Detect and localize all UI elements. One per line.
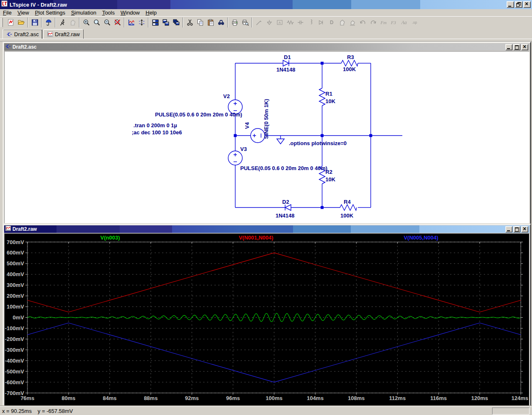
schematic-close-button[interactable] xyxy=(521,44,528,50)
waveform-plot[interactable]: 700mV600mV500mV400mV300mV200mV100mV0mV-1… xyxy=(4,233,530,406)
x-tick-label: 116ms xyxy=(430,395,447,401)
waveform-minimize-button[interactable] xyxy=(505,226,512,232)
y-tick-label: 100mV xyxy=(7,304,24,310)
toolbar-button-place-inductor[interactable] xyxy=(305,17,316,27)
toolbar-button-find[interactable] xyxy=(216,17,226,27)
toolbar-button-undo[interactable] xyxy=(357,17,368,27)
schematic-text: D1 xyxy=(284,54,291,60)
minimize-button[interactable] xyxy=(507,1,514,8)
waveform-maximize-button[interactable] xyxy=(513,226,520,232)
menu-item-view[interactable]: View xyxy=(15,9,32,16)
toolbar-button-halt[interactable] xyxy=(67,17,78,27)
draw-wire-icon xyxy=(255,19,263,26)
toolbar-button-place-capacitor[interactable] xyxy=(295,17,305,27)
schematic-text: .options plotwinsize=0 xyxy=(289,140,347,146)
schematic-minimize-button[interactable] xyxy=(505,44,512,50)
toolbar-button-open[interactable] xyxy=(16,17,26,27)
toolbar-button-tile-horizontally[interactable] xyxy=(150,17,160,27)
toolbar-button-move[interactable] xyxy=(337,17,347,27)
open-icon xyxy=(17,19,25,26)
schematic-text: .tran 0 200m 0 1µ xyxy=(133,122,177,128)
schematic-text: V4 xyxy=(244,122,250,129)
toolbar-grip[interactable] xyxy=(1,18,3,27)
status-panel xyxy=(492,408,530,415)
toolbar-button-cascade-windows[interactable] xyxy=(171,17,181,27)
toolbar-button-run[interactable] xyxy=(57,17,67,27)
toolbar-button-mirror[interactable]: Fm xyxy=(378,17,389,27)
waveform-window: Draft2.raw 700mV600mV500mV400mV300mV200m… xyxy=(2,224,531,407)
paste-icon xyxy=(207,19,214,26)
trace-label-v-n003-[interactable]: V(n003) xyxy=(101,235,120,241)
toolbar-button-zoom-out[interactable] xyxy=(102,17,112,27)
toolbar-button-place-ground[interactable] xyxy=(264,17,274,27)
circuit-wiring xyxy=(228,60,402,210)
restore-button[interactable] xyxy=(515,1,522,8)
status-bar: x = 90.25ms y = -657.58mV xyxy=(0,406,532,415)
schematic-text: 10K xyxy=(325,98,335,104)
toolbar-button-zoom-full-extents[interactable] xyxy=(112,17,123,27)
schematic-text: D2 xyxy=(282,199,289,205)
close-button[interactable] xyxy=(523,1,531,8)
toolbar-button-print-preview[interactable] xyxy=(240,17,250,27)
tab-draft2-asc[interactable]: Draft2.asc xyxy=(2,29,42,39)
trace-label-v-n001-n004-[interactable]: V(N001,N004) xyxy=(239,235,273,241)
place-resistor-icon xyxy=(286,19,294,26)
window-title: LTspice IV - Draft2.raw xyxy=(10,2,507,8)
schematic-text: 1N4148 xyxy=(276,212,295,219)
toolbar-button-new-schematic[interactable] xyxy=(5,17,16,27)
toolbar-button-place-resistor[interactable] xyxy=(285,17,295,27)
menu-item-plot-settings[interactable]: Plot Settings xyxy=(32,9,68,16)
toolbar-button-autorange[interactable] xyxy=(136,17,147,27)
undo-icon xyxy=(359,19,367,26)
place-capacitor-icon xyxy=(297,19,304,26)
toolbar-button-redo[interactable] xyxy=(368,17,378,27)
toolbar-button-place-text[interactable]: Aa xyxy=(399,17,409,27)
toolbar-button-drag[interactable] xyxy=(347,17,357,27)
print-preview-icon xyxy=(241,19,249,26)
menu-item-file[interactable]: File xyxy=(0,9,15,16)
menu-item-window[interactable]: Window xyxy=(118,9,143,16)
toolbar-button-place-component[interactable]: D xyxy=(326,17,337,27)
y-tick-label: 200mV xyxy=(7,293,24,299)
copy-icon xyxy=(197,19,204,26)
menu-item-simulation[interactable]: Simulation xyxy=(68,9,99,16)
y-tick-label: 300mV xyxy=(7,282,24,288)
toolbar-button-control-panel[interactable] xyxy=(43,17,54,27)
svg-text:Fm: Fm xyxy=(380,20,387,25)
waveform-close-button[interactable] xyxy=(521,226,528,232)
schematic-canvas[interactable]: D11N4148R3100KR110KV2PULSE(0.05 0.6 0 20… xyxy=(4,51,530,223)
toolbar-button-place-diode[interactable] xyxy=(316,17,326,27)
toolbar-group xyxy=(80,17,124,27)
save-icon xyxy=(31,19,39,26)
schematic-text: 100K xyxy=(340,212,354,219)
toolbar-group xyxy=(149,17,183,27)
place-ground-icon xyxy=(266,19,273,26)
toolbar-button-copy[interactable] xyxy=(195,17,205,27)
x-tick-label: 124ms xyxy=(512,395,528,401)
schematic-text: 100K xyxy=(343,66,356,72)
toolbar-button-paste[interactable] xyxy=(205,17,216,27)
run-icon xyxy=(59,19,66,26)
schematic-maximize-button[interactable] xyxy=(513,44,520,50)
y-tick-label: 700mV xyxy=(7,239,24,245)
toolbar-button-plot-settings[interactable] xyxy=(126,17,136,27)
trace-label-v-n005-n004-[interactable]: V(N005,N004) xyxy=(404,235,438,241)
menu-item-help[interactable]: Help xyxy=(143,9,160,16)
toolbar-button-place-label[interactable]: A xyxy=(274,17,285,27)
tab-draft2-raw[interactable]: Draft2.raw xyxy=(43,29,84,39)
toolbar-button-save[interactable] xyxy=(30,17,40,27)
redo-icon xyxy=(369,19,377,26)
y-tick-label: -500mV xyxy=(5,368,25,375)
x-tick-label: 76ms xyxy=(20,395,34,401)
toolbar-button-spice-directive[interactable]: .op xyxy=(409,17,420,27)
menu-item-tools[interactable]: Tools xyxy=(99,9,118,16)
schematic-icon xyxy=(6,31,12,37)
toolbar-button-tile-vertically[interactable] xyxy=(160,17,171,27)
toolbar-button-cut[interactable] xyxy=(185,17,195,27)
place-text-icon: Aa xyxy=(401,19,408,26)
toolbar-button-zoom-in[interactable] xyxy=(81,17,91,27)
toolbar-button-rotate[interactable]: F3 xyxy=(389,17,399,27)
toolbar-button-print[interactable] xyxy=(229,17,240,27)
toolbar-button-zoom-area[interactable] xyxy=(91,17,102,27)
toolbar-button-draw-wire[interactable] xyxy=(254,17,264,27)
